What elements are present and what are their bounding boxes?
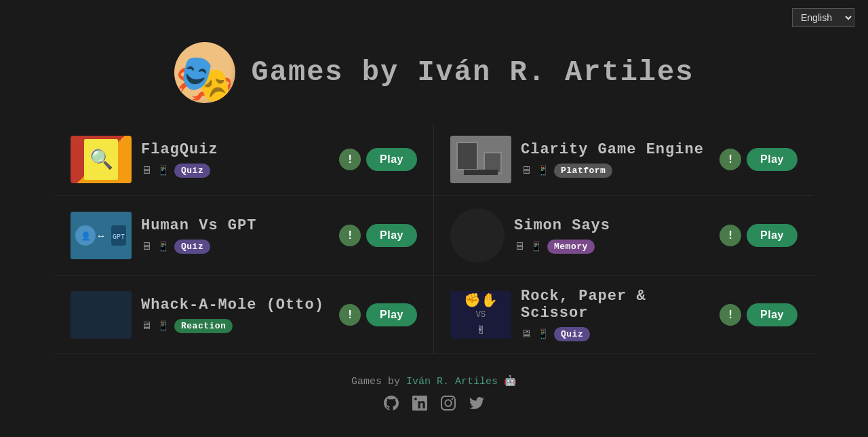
info-button-flagquiz[interactable]: ! [339,149,361,170]
game-info-humanvsgpt: Human Vs GPT 🖥 📱 Quiz [141,217,330,254]
game-actions-clarity: ! Play [719,148,797,171]
info-button-humanvsgpt[interactable]: ! [339,225,361,246]
game-card-simonsays: Simon Says 🖥 📱 Memory ! Play [434,196,814,276]
game-thumb-whackamole [71,291,132,339]
play-button-whackamole[interactable]: Play [366,303,417,326]
game-name-flagquiz: FlagQuiz [141,141,330,158]
page-header: Games by Iván R. Artiles [0,35,868,124]
footer-author-link[interactable]: Iván R. Artiles [406,376,498,387]
rps-emoji-top: ✊✋ [464,292,498,309]
game-thumb-clarity [450,136,511,183]
svg-text:GPT: GPT [113,233,125,241]
github-icon[interactable] [384,396,399,415]
game-info-flagquiz: FlagQuiz 🖥 📱 Quiz [141,141,330,178]
mobile-icon: 📱 [530,241,542,252]
game-tags-simonsays: 🖥 📱 Memory [514,240,710,254]
footer-social [14,396,854,415]
tag-quiz: Quiz [174,240,210,254]
avatar [174,42,235,103]
game-thumb-rps: ✊✋ VS ✌️ [450,291,511,339]
monitor-icon: 🖥 [141,320,152,332]
game-card-clarity: Clarity Game Engine 🖥 📱 Platform ! Play [434,124,814,196]
monitor-icon: 🖥 [141,164,152,177]
game-actions-flagquiz: ! Play [339,148,417,171]
info-button-whackamole[interactable]: ! [339,304,361,326]
svg-text:👤: 👤 [81,231,91,242]
game-tags-clarity: 🖥 📱 Platform [521,164,710,178]
game-name-rps: Rock, Paper & Scissor [521,288,710,322]
tag-quiz: Quiz [174,164,210,178]
language-selector[interactable]: English Español Français Deutsch [792,8,854,27]
svg-rect-3 [464,170,498,175]
monitor-icon: 🖥 [521,328,532,341]
footer-text: Games by Iván R. Artiles 🤖 [14,375,854,387]
rps-vs: VS [476,310,486,320]
info-button-clarity[interactable]: ! [719,149,741,170]
instagram-icon[interactable] [441,396,456,415]
game-card-flagquiz: 🔍 FlagQuiz 🖥 📱 Quiz ! Play [54,124,434,196]
clarity-thumb-svg [450,136,511,183]
game-tags-whackamole: 🖥 📱 Reaction [141,319,330,333]
footer-games-by: Games by [351,376,400,387]
game-name-clarity: Clarity Game Engine [521,141,710,158]
game-thumb-flagquiz: 🔍 [71,136,132,183]
svg-text:↔: ↔ [98,231,104,242]
game-actions-humanvsgpt: ! Play [339,224,417,247]
svg-rect-1 [457,142,477,170]
game-info-simonsays: Simon Says 🖥 📱 Memory [514,217,710,254]
play-button-flagquiz[interactable]: Play [366,148,417,171]
games-grid: 🔍 FlagQuiz 🖥 📱 Quiz ! Play Clarity [27,124,841,354]
tag-quiz: Quiz [554,327,590,341]
footer-emoji: 🤖 [504,376,517,387]
game-actions-whackamole: ! Play [339,303,417,326]
game-name-humanvsgpt: Human Vs GPT [141,217,330,234]
page-title: Games by Iván R. Artiles [252,56,694,89]
game-actions-rps: ! Play [719,303,797,326]
footer: Games by Iván R. Artiles 🤖 [0,354,868,429]
play-button-simonsays[interactable]: Play [747,224,797,247]
mobile-icon: 📱 [157,165,169,176]
monitor-icon: 🖥 [514,240,525,253]
linkedin-icon[interactable] [412,396,427,415]
mobile-icon: 📱 [537,165,549,176]
mobile-icon: 📱 [537,328,549,340]
language-bar: English Español Français Deutsch [0,0,868,35]
mobile-icon: 📱 [157,320,169,332]
tag-platform: Platform [554,164,612,178]
info-button-rps[interactable]: ! [719,304,741,326]
game-info-whackamole: Whack-A-Mole (Otto) 🖥 📱 Reaction [141,297,330,333]
play-button-rps[interactable]: Play [747,303,797,326]
game-info-rps: Rock, Paper & Scissor 🖥 📱 Quiz [521,288,710,341]
game-thumb-humanvsgpt: 👤 ↔ GPT [71,212,132,259]
tag-reaction: Reaction [174,319,233,333]
game-thumb-simonsays [450,208,505,263]
game-card-humanvsgpt: 👤 ↔ GPT Human Vs GPT 🖥 📱 Quiz ! Play [54,196,434,276]
play-button-clarity[interactable]: Play [747,148,797,171]
game-tags-humanvsgpt: 🖥 📱 Quiz [141,240,330,254]
game-actions-simonsays: ! Play [719,224,797,247]
game-tags-flagquiz: 🖥 📱 Quiz [141,164,330,178]
game-info-clarity: Clarity Game Engine 🖥 📱 Platform [521,141,710,178]
game-card-rps: ✊✋ VS ✌️ Rock, Paper & Scissor 🖥 📱 Quiz … [434,276,814,354]
mobile-icon: 📱 [157,241,169,252]
game-name-whackamole: Whack-A-Mole (Otto) [141,297,330,314]
game-tags-rps: 🖥 📱 Quiz [521,327,710,341]
twitter-icon[interactable] [469,396,484,415]
monitor-icon: 🖥 [141,240,152,253]
game-card-whackamole: Whack-A-Mole (Otto) 🖥 📱 Reaction ! Play [54,276,434,354]
game-name-simonsays: Simon Says [514,217,710,234]
hvg-thumb-svg: 👤 ↔ GPT [71,212,132,259]
tag-memory: Memory [547,240,595,254]
info-button-simonsays[interactable]: ! [719,225,741,246]
monitor-icon: 🖥 [521,164,532,177]
rps-emoji-bottom: ✌️ [477,321,485,338]
play-button-humanvsgpt[interactable]: Play [366,224,417,247]
